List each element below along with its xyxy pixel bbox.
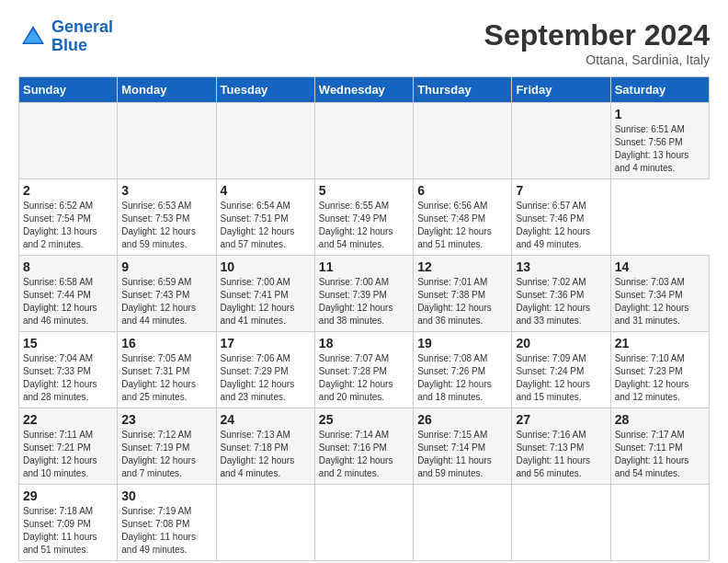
header-row: SundayMondayTuesdayWednesdayThursdayFrid… <box>19 77 710 103</box>
calendar-day: 28Sunrise: 7:17 AMSunset: 7:11 PMDayligh… <box>610 408 709 485</box>
empty-cell <box>414 103 512 179</box>
day-number: 9 <box>121 259 211 274</box>
calendar-day: 1Sunrise: 6:51 AMSunset: 7:56 PMDaylight… <box>610 103 709 179</box>
day-number: 12 <box>417 259 507 274</box>
day-info: Sunrise: 7:09 AMSunset: 7:24 PMDaylight:… <box>516 353 590 402</box>
day-info: Sunrise: 7:10 AMSunset: 7:23 PMDaylight:… <box>615 353 689 402</box>
day-info: Sunrise: 6:56 AMSunset: 7:48 PMDaylight:… <box>417 201 492 249</box>
calendar-day: 19Sunrise: 7:08 AMSunset: 7:26 PMDayligh… <box>414 332 512 408</box>
day-info: Sunrise: 6:53 AMSunset: 7:53 PMDaylight:… <box>121 201 196 249</box>
calendar-day: 2Sunrise: 6:52 AMSunset: 7:54 PMDaylight… <box>19 179 118 256</box>
day-number: 5 <box>319 183 409 198</box>
calendar-day: 13Sunrise: 7:02 AMSunset: 7:36 PMDayligh… <box>512 256 610 332</box>
day-number: 7 <box>516 183 606 198</box>
calendar-week-row: 8Sunrise: 6:58 AMSunset: 7:44 PMDaylight… <box>19 256 710 332</box>
day-number: 29 <box>23 488 113 503</box>
day-info: Sunrise: 7:01 AMSunset: 7:38 PMDaylight:… <box>417 277 492 326</box>
day-number: 27 <box>516 412 606 427</box>
day-info: Sunrise: 7:16 AMSunset: 7:13 PMDaylight:… <box>516 430 590 478</box>
day-number: 21 <box>615 336 705 350</box>
logo: General Blue <box>18 18 113 55</box>
day-number: 26 <box>417 412 507 427</box>
day-number: 20 <box>516 336 606 350</box>
day-info: Sunrise: 7:17 AMSunset: 7:11 PMDaylight:… <box>615 430 689 478</box>
day-info: Sunrise: 7:07 AMSunset: 7:28 PMDaylight:… <box>319 353 393 402</box>
day-header-wednesday: Wednesday <box>314 77 413 103</box>
calendar-day: 4Sunrise: 6:54 AMSunset: 7:51 PMDaylight… <box>216 179 314 256</box>
calendar-day: 27Sunrise: 7:16 AMSunset: 7:13 PMDayligh… <box>512 408 610 485</box>
empty-cell <box>414 485 512 561</box>
calendar-day: 15Sunrise: 7:04 AMSunset: 7:33 PMDayligh… <box>19 332 118 408</box>
day-number: 15 <box>23 336 113 350</box>
calendar-day: 29Sunrise: 7:18 AMSunset: 7:09 PMDayligh… <box>19 485 118 561</box>
day-info: Sunrise: 6:57 AMSunset: 7:46 PMDaylight:… <box>516 201 590 249</box>
calendar-day: 11Sunrise: 7:00 AMSunset: 7:39 PMDayligh… <box>314 256 413 332</box>
day-number: 13 <box>516 259 606 274</box>
day-number: 16 <box>121 336 211 350</box>
day-info: Sunrise: 6:58 AMSunset: 7:44 PMDaylight:… <box>23 277 97 326</box>
day-number: 4 <box>221 183 311 198</box>
calendar-week-row: 2Sunrise: 6:52 AMSunset: 7:54 PMDaylight… <box>19 179 710 256</box>
calendar-week-row: 22Sunrise: 7:11 AMSunset: 7:21 PMDayligh… <box>19 408 710 485</box>
day-info: Sunrise: 7:14 AMSunset: 7:16 PMDaylight:… <box>319 430 393 478</box>
calendar-day: 17Sunrise: 7:06 AMSunset: 7:29 PMDayligh… <box>216 332 314 408</box>
day-number: 17 <box>221 336 311 350</box>
calendar-day: 30Sunrise: 7:19 AMSunset: 7:08 PMDayligh… <box>118 485 216 561</box>
calendar-day: 7Sunrise: 6:57 AMSunset: 7:46 PMDaylight… <box>512 179 610 256</box>
day-number: 10 <box>221 259 311 274</box>
day-info: Sunrise: 7:15 AMSunset: 7:14 PMDaylight:… <box>417 430 492 478</box>
empty-cell <box>118 103 216 179</box>
day-header-monday: Monday <box>118 77 216 103</box>
logo-icon <box>18 22 48 52</box>
calendar-day: 5Sunrise: 6:55 AMSunset: 7:49 PMDaylight… <box>314 179 413 256</box>
day-info: Sunrise: 7:12 AMSunset: 7:19 PMDaylight:… <box>121 430 196 478</box>
calendar-week-row: 15Sunrise: 7:04 AMSunset: 7:33 PMDayligh… <box>19 332 710 408</box>
calendar-week-row: 29Sunrise: 7:18 AMSunset: 7:09 PMDayligh… <box>19 485 710 561</box>
day-header-saturday: Saturday <box>610 77 709 103</box>
day-info: Sunrise: 6:52 AMSunset: 7:54 PMDaylight:… <box>23 201 97 249</box>
day-info: Sunrise: 7:02 AMSunset: 7:36 PMDaylight:… <box>516 277 590 326</box>
calendar-table: SundayMondayTuesdayWednesdayThursdayFrid… <box>18 76 710 561</box>
day-number: 22 <box>23 412 113 427</box>
calendar-day: 25Sunrise: 7:14 AMSunset: 7:16 PMDayligh… <box>314 408 413 485</box>
day-header-thursday: Thursday <box>414 77 512 103</box>
day-number: 2 <box>23 183 113 198</box>
day-header-friday: Friday <box>512 77 610 103</box>
month-title: September 2024 <box>484 18 710 52</box>
day-number: 25 <box>319 412 409 427</box>
calendar-day: 8Sunrise: 6:58 AMSunset: 7:44 PMDaylight… <box>19 256 118 332</box>
day-info: Sunrise: 7:11 AMSunset: 7:21 PMDaylight:… <box>23 430 97 478</box>
day-number: 11 <box>319 259 409 274</box>
day-number: 14 <box>615 259 705 274</box>
day-info: Sunrise: 7:08 AMSunset: 7:26 PMDaylight:… <box>417 353 492 402</box>
day-info: Sunrise: 6:55 AMSunset: 7:49 PMDaylight:… <box>319 201 393 249</box>
calendar-day: 16Sunrise: 7:05 AMSunset: 7:31 PMDayligh… <box>118 332 216 408</box>
calendar-day: 22Sunrise: 7:11 AMSunset: 7:21 PMDayligh… <box>19 408 118 485</box>
calendar-day: 9Sunrise: 6:59 AMSunset: 7:43 PMDaylight… <box>118 256 216 332</box>
empty-cell <box>314 485 413 561</box>
day-number: 28 <box>615 412 705 427</box>
empty-cell <box>512 103 610 179</box>
day-number: 8 <box>23 259 113 274</box>
calendar-day: 21Sunrise: 7:10 AMSunset: 7:23 PMDayligh… <box>610 332 709 408</box>
day-number: 23 <box>121 412 211 427</box>
day-info: Sunrise: 7:05 AMSunset: 7:31 PMDaylight:… <box>121 353 196 402</box>
day-number: 6 <box>417 183 507 198</box>
calendar-week-row: 1Sunrise: 6:51 AMSunset: 7:56 PMDaylight… <box>19 103 710 179</box>
location: Ottana, Sardinia, Italy <box>484 52 710 67</box>
day-number: 19 <box>417 336 507 350</box>
day-info: Sunrise: 6:54 AMSunset: 7:51 PMDaylight:… <box>221 201 295 249</box>
calendar-day: 12Sunrise: 7:01 AMSunset: 7:38 PMDayligh… <box>414 256 512 332</box>
day-info: Sunrise: 7:06 AMSunset: 7:29 PMDaylight:… <box>221 353 295 402</box>
day-number: 30 <box>121 488 211 503</box>
calendar-day: 14Sunrise: 7:03 AMSunset: 7:34 PMDayligh… <box>610 256 709 332</box>
calendar-day: 18Sunrise: 7:07 AMSunset: 7:28 PMDayligh… <box>314 332 413 408</box>
day-info: Sunrise: 7:03 AMSunset: 7:34 PMDaylight:… <box>615 277 689 326</box>
empty-cell <box>216 103 314 179</box>
empty-cell <box>216 485 314 561</box>
day-header-tuesday: Tuesday <box>216 77 314 103</box>
day-number: 18 <box>319 336 409 350</box>
day-number: 3 <box>121 183 211 198</box>
day-number: 1 <box>615 107 705 121</box>
calendar-day: 3Sunrise: 6:53 AMSunset: 7:53 PMDaylight… <box>118 179 216 256</box>
